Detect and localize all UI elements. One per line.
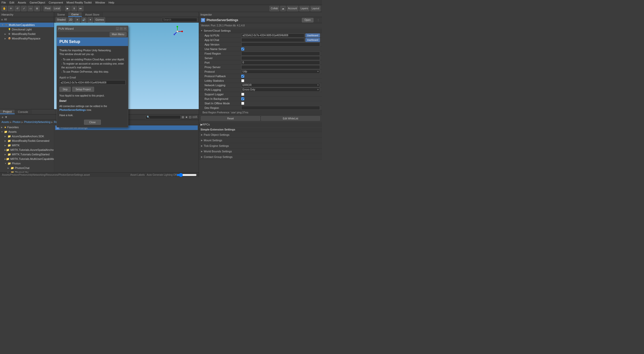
menu-window[interactable]: Window — [95, 1, 105, 4]
tree-photon-libs[interactable]: ▶ 📁 PhotonLibs — [0, 170, 54, 172]
tree-mrtk-multi[interactable]: ▶ 📁 MRTK.Tutorials.MultiUserCapabilities — [0, 157, 54, 161]
close-win-btn[interactable]: × — [124, 27, 127, 30]
server-input[interactable] — [241, 56, 320, 60]
pack-object-section[interactable]: ▶ Pack Object Settings — [199, 132, 322, 138]
layers-btn[interactable]: Layers — [299, 6, 309, 11]
zoom-slider[interactable] — [177, 173, 197, 177]
shaded-btn[interactable]: Shaded — [56, 17, 67, 23]
hierarchy-item-multiuser[interactable]: ▼ 🎮 MultiUserCapabilities — [0, 23, 54, 27]
effects-btn[interactable]: ✦ — [88, 17, 93, 23]
dashboard-btn-chat[interactable]: Dashboard — [305, 38, 320, 42]
project-more-btn[interactable]: ⊡ — [189, 115, 191, 119]
edit-whitelist-btn[interactable]: Edit WhiteList — [261, 116, 320, 121]
breadcrumb-photon[interactable]: Photon — [13, 121, 21, 123]
rpcs-row[interactable]: ▶ RPCs — [199, 122, 322, 127]
scale-tool[interactable]: ⤢ — [21, 6, 27, 11]
contact-group-section[interactable]: ▶ Contact Group Settings — [199, 154, 322, 160]
tree-mrtk-gen[interactable]: ▶ 📁 MixedRealityToolkit.Generated — [0, 139, 54, 143]
project-search[interactable] — [145, 115, 181, 119]
tree-mrtk-getting[interactable]: ▶ 📁 MRTK.Tutorials.GettingStarted — [0, 152, 54, 157]
local-btn[interactable]: Local — [53, 6, 61, 11]
minimize-btn[interactable]: _ — [116, 27, 119, 30]
world-bounds-section[interactable]: ▶ World Bounds Settings — [199, 149, 322, 154]
audio-btn[interactable]: 🔊 — [81, 17, 87, 23]
step-btn[interactable]: ⏭ — [78, 6, 84, 11]
menu-assets[interactable]: Assets — [18, 1, 26, 4]
dev-region-input[interactable] — [241, 106, 320, 110]
hierarchy-item-playspace[interactable]: ▶ 📦 MixedRealityPlayspace — [0, 36, 54, 41]
run-in-bg-checkbox[interactable] — [241, 97, 244, 100]
tree-mrtk-azure[interactable]: ▶ 📁 MRTK.Tutorials.AzureSpatialAnchors — [0, 148, 54, 152]
layout-btn[interactable]: Layout — [310, 6, 320, 11]
tree-favorites[interactable]: ▶ ★ Favorites — [0, 125, 54, 129]
use-name-server-checkbox[interactable] — [241, 48, 244, 51]
pivot-btn[interactable]: Pivot — [44, 6, 52, 11]
tree-photon[interactable]: ▼ 📁 Photon — [0, 161, 54, 166]
tab-game[interactable]: Game — [68, 12, 82, 17]
project-menu-btn[interactable]: ▼ — [5, 115, 8, 119]
tree-photon-chat[interactable]: ▶ 📁 PhotonChat — [0, 166, 54, 170]
main-menu-btn[interactable]: Main Menu — [110, 32, 127, 37]
tab-console[interactable]: Console — [15, 110, 31, 114]
hierarchy-item-mrtk[interactable]: ▶ ⚙ MixedRealityToolkit — [0, 32, 54, 36]
skip-btn[interactable]: Skip — [59, 87, 71, 92]
inspector-menu-btn[interactable]: ⋮ — [316, 18, 320, 22]
fixed-region-input[interactable] — [241, 52, 320, 56]
setup-project-btn[interactable]: Setup Project — [72, 87, 94, 92]
mount-section[interactable]: ▶ Mount Settings — [199, 138, 322, 143]
dashboard-btn-pun[interactable]: Dashboard — [305, 33, 320, 37]
tab-scene[interactable]: Scene — [54, 12, 68, 17]
port-input[interactable] — [241, 61, 320, 65]
breadcrumb-pun[interactable]: PhotonUnityNetworking — [24, 121, 51, 123]
proxy-server-input[interactable] — [241, 65, 320, 69]
tree-assets[interactable]: ▼ 📁 Assets — [0, 129, 54, 134]
transform-tool[interactable]: ⊞ — [34, 6, 40, 11]
maximize-btn[interactable]: □ — [120, 27, 123, 30]
project-star-btn[interactable]: ★ — [185, 115, 188, 119]
hierarchy-item-directional[interactable]: 💡 Directional Light — [0, 27, 54, 32]
start-offline-checkbox[interactable] — [241, 102, 244, 105]
tick-engine-section[interactable]: ▶ Tick Engine Settings — [199, 143, 322, 149]
menu-mrtk[interactable]: Mixed Reality Toolkit — [66, 1, 92, 4]
protocol-fallback-checkbox[interactable] — [241, 75, 244, 78]
app-id-chat-input[interactable] — [241, 38, 304, 42]
move-tool[interactable]: ✛ — [8, 6, 14, 11]
app-version-input[interactable] — [241, 42, 320, 47]
lighting-btn[interactable]: ☀ — [74, 17, 80, 23]
account-btn[interactable]: Account — [287, 6, 298, 11]
menu-component[interactable]: Component — [49, 1, 63, 4]
project-filter-btn[interactable]: ⊞ — [182, 115, 184, 119]
scene-search[interactable] — [162, 18, 197, 22]
tab-asset-store[interactable]: Asset Store — [82, 12, 103, 17]
pun-settings-link[interactable]: PhotonServerSettings — [59, 109, 86, 111]
network-logging-dropdown[interactable]: ERROR WARNING INFO ALL — [241, 83, 320, 87]
tree-azure[interactable]: ▶ 📁 AzureSpatialAnchors.SDK — [0, 134, 54, 139]
close-btn[interactable]: Close — [84, 120, 101, 125]
rect-tool[interactable]: ▭ — [28, 6, 33, 11]
play-btn[interactable]: ▶ — [65, 6, 70, 11]
support-logger-checkbox[interactable] — [241, 93, 244, 96]
gizmos-btn[interactable]: Gizmos — [94, 17, 105, 23]
menu-file[interactable]: File — [2, 1, 6, 4]
pun-logging-dropdown[interactable]: Errors Only Informational Full — [241, 88, 320, 92]
2d-btn[interactable]: 2D — [68, 17, 73, 23]
hand-tool[interactable]: ✋ — [2, 6, 7, 11]
reset-btn[interactable]: Reset — [201, 116, 260, 121]
server-cloud-header[interactable]: ▼ Server/Cloud Settings — [199, 28, 322, 33]
breadcrumb-assets[interactable]: Assets — [2, 121, 9, 123]
collab-btn[interactable]: Collab — [269, 6, 279, 11]
rotate-tool[interactable]: ↺ — [15, 6, 20, 11]
project-add-btn[interactable]: + — [2, 115, 4, 119]
menu-gameobject[interactable]: GameObject — [30, 1, 45, 4]
tree-mrtk[interactable]: ▶ 📁 MRTK — [0, 143, 54, 148]
pause-btn[interactable]: ⏸ — [71, 6, 77, 11]
tab-project[interactable]: Project — [0, 110, 15, 114]
appid-input[interactable] — [59, 80, 126, 85]
open-btn[interactable]: Open — [302, 18, 313, 22]
hierarchy-add-btn[interactable]: + — [1, 18, 3, 22]
cloud-btn[interactable]: ☁ — [280, 6, 286, 11]
protocol-dropdown[interactable]: Udp Tcp WebSocket WebSocketSecure — [241, 70, 320, 74]
menu-edit[interactable]: Edit — [10, 1, 14, 4]
app-id-pun-input[interactable] — [241, 33, 304, 37]
lobby-stats-checkbox[interactable] — [241, 79, 244, 82]
